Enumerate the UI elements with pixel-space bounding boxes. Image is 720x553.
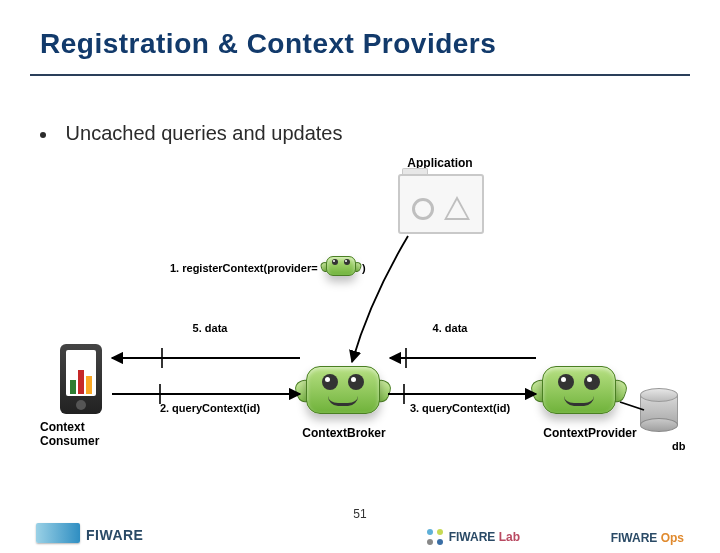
- footer: FIWARE FIWARE Lab FIWARE Ops: [0, 513, 720, 553]
- fiware-lab-text: FIWARE: [449, 530, 496, 544]
- database-label: db: [672, 440, 685, 452]
- fiware-flag-icon: [36, 523, 80, 543]
- fiware-ops-suffix: Ops: [661, 531, 684, 545]
- slide-title: Registration & Context Providers: [40, 28, 496, 60]
- bullet-text: Uncached queries and updates: [66, 122, 343, 144]
- fiware-lab-dots-icon: [427, 529, 443, 545]
- diagram-stage: Application Context Consumer ContextBrok…: [0, 150, 720, 490]
- database-icon: [640, 388, 678, 432]
- step-5-label: 5. data: [193, 322, 228, 334]
- context-consumer-icon: [60, 344, 102, 414]
- step-1-provider-icon: [326, 256, 356, 276]
- bullet-row: Uncached queries and updates: [40, 122, 342, 145]
- step-1-label-post: ): [362, 262, 366, 274]
- fiware-logo-text: FIWARE: [86, 527, 143, 543]
- context-broker-icon: [306, 366, 380, 414]
- step-1-label-pre: 1. registerContext(provider=: [170, 262, 318, 274]
- context-broker-label: ContextBroker: [302, 426, 385, 440]
- step-3-label: 3. queryContext(id): [410, 402, 510, 414]
- application-icon: [398, 174, 484, 234]
- context-consumer-label: Context Consumer: [40, 420, 99, 448]
- title-underline: [30, 74, 690, 76]
- context-provider-label: ContextProvider: [543, 426, 636, 440]
- fiware-lab-suffix: Lab: [499, 530, 520, 544]
- step-2-label: 2. queryContext(id): [160, 402, 260, 414]
- bullet-dot-icon: [40, 132, 46, 138]
- context-provider-icon: [542, 366, 616, 414]
- fiware-lab-logo: FIWARE Lab: [427, 529, 520, 545]
- step-4-label: 4. data: [433, 322, 468, 334]
- fiware-ops-logo: FIWARE Ops: [605, 531, 684, 545]
- fiware-ops-text: FIWARE: [611, 531, 658, 545]
